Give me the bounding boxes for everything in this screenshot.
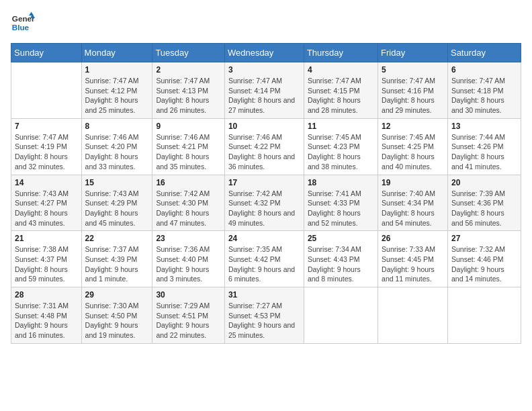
day-number: 11 xyxy=(308,122,374,131)
day-detail: Sunrise: 7:29 AMSunset: 4:51 PMDaylight:… xyxy=(156,301,221,340)
week-row-2: 7Sunrise: 7:47 AMSunset: 4:19 PMDaylight… xyxy=(11,118,521,175)
calendar-cell: 2Sunrise: 7:47 AMSunset: 4:13 PMDaylight… xyxy=(152,62,225,119)
day-detail: Sunrise: 7:47 AMSunset: 4:18 PMDaylight:… xyxy=(451,76,517,116)
day-number: 31 xyxy=(228,290,300,300)
day-detail: Sunrise: 7:45 AMSunset: 4:23 PMDaylight:… xyxy=(308,132,374,172)
calendar-cell: 24Sunrise: 7:35 AMSunset: 4:42 PMDayligh… xyxy=(224,231,304,287)
day-detail: Sunrise: 7:37 AMSunset: 4:39 PMDaylight:… xyxy=(85,244,149,284)
day-number: 16 xyxy=(156,178,221,187)
calendar-cell: 13Sunrise: 7:44 AMSunset: 4:26 PMDayligh… xyxy=(447,118,521,175)
calendar-cell: 26Sunrise: 7:33 AMSunset: 4:45 PMDayligh… xyxy=(378,231,448,287)
calendar-cell: 12Sunrise: 7:45 AMSunset: 4:25 PMDayligh… xyxy=(378,118,448,175)
calendar-cell xyxy=(378,287,448,344)
day-number: 26 xyxy=(382,234,444,243)
day-number: 27 xyxy=(451,234,517,243)
calendar-cell: 7Sunrise: 7:47 AMSunset: 4:19 PMDaylight… xyxy=(11,118,82,175)
calendar-cell: 9Sunrise: 7:46 AMSunset: 4:21 PMDaylight… xyxy=(152,118,225,175)
day-detail: Sunrise: 7:46 AMSunset: 4:21 PMDaylight:… xyxy=(156,132,221,172)
calendar-cell: 20Sunrise: 7:39 AMSunset: 4:36 PMDayligh… xyxy=(447,175,521,231)
day-number: 19 xyxy=(382,178,444,187)
day-detail: Sunrise: 7:46 AMSunset: 4:22 PMDaylight:… xyxy=(228,132,300,172)
day-number: 30 xyxy=(156,290,221,300)
day-number: 28 xyxy=(15,290,78,300)
day-detail: Sunrise: 7:27 AMSunset: 4:53 PMDaylight:… xyxy=(228,301,300,340)
day-detail: Sunrise: 7:46 AMSunset: 4:20 PMDaylight:… xyxy=(85,132,149,172)
calendar-cell: 30Sunrise: 7:29 AMSunset: 4:51 PMDayligh… xyxy=(152,287,225,344)
day-detail: Sunrise: 7:35 AMSunset: 4:42 PMDaylight:… xyxy=(228,244,300,284)
calendar-cell: 31Sunrise: 7:27 AMSunset: 4:53 PMDayligh… xyxy=(224,287,304,344)
calendar-cell: 3Sunrise: 7:47 AMSunset: 4:14 PMDaylight… xyxy=(224,62,304,119)
calendar-cell xyxy=(304,287,378,344)
day-detail: Sunrise: 7:42 AMSunset: 4:30 PMDaylight:… xyxy=(156,189,221,228)
col-header-tuesday: Tuesday xyxy=(152,44,225,62)
col-header-monday: Monday xyxy=(81,44,152,62)
day-detail: Sunrise: 7:41 AMSunset: 4:33 PMDaylight:… xyxy=(308,189,374,228)
calendar-cell: 17Sunrise: 7:42 AMSunset: 4:32 PMDayligh… xyxy=(224,175,304,231)
svg-text:Blue: Blue xyxy=(12,23,30,32)
calendar-cell: 6Sunrise: 7:47 AMSunset: 4:18 PMDaylight… xyxy=(447,62,521,119)
day-detail: Sunrise: 7:47 AMSunset: 4:16 PMDaylight:… xyxy=(382,76,444,116)
day-number: 23 xyxy=(156,234,221,243)
col-header-saturday: Saturday xyxy=(447,44,521,62)
calendar-cell: 5Sunrise: 7:47 AMSunset: 4:16 PMDaylight… xyxy=(378,62,448,119)
day-number: 12 xyxy=(382,122,444,131)
calendar-cell: 28Sunrise: 7:31 AMSunset: 4:48 PMDayligh… xyxy=(11,287,82,344)
calendar-cell xyxy=(447,287,521,344)
day-detail: Sunrise: 7:33 AMSunset: 4:45 PMDaylight:… xyxy=(382,244,444,284)
day-number: 15 xyxy=(85,178,149,187)
calendar-cell: 10Sunrise: 7:46 AMSunset: 4:22 PMDayligh… xyxy=(224,118,304,175)
calendar-cell: 15Sunrise: 7:43 AMSunset: 4:29 PMDayligh… xyxy=(81,175,152,231)
day-number: 13 xyxy=(451,122,517,131)
day-number: 1 xyxy=(85,65,149,75)
day-detail: Sunrise: 7:43 AMSunset: 4:29 PMDaylight:… xyxy=(85,189,149,228)
day-number: 10 xyxy=(228,122,300,131)
logo-icon: General Blue xyxy=(11,11,35,35)
col-header-wednesday: Wednesday xyxy=(224,44,304,62)
day-number: 18 xyxy=(308,178,374,187)
calendar-cell: 19Sunrise: 7:40 AMSunset: 4:34 PMDayligh… xyxy=(378,175,448,231)
calendar-cell: 8Sunrise: 7:46 AMSunset: 4:20 PMDaylight… xyxy=(81,118,152,175)
day-detail: Sunrise: 7:34 AMSunset: 4:43 PMDaylight:… xyxy=(308,244,374,284)
week-row-5: 28Sunrise: 7:31 AMSunset: 4:48 PMDayligh… xyxy=(11,287,521,344)
day-detail: Sunrise: 7:39 AMSunset: 4:36 PMDaylight:… xyxy=(451,189,517,228)
day-detail: Sunrise: 7:47 AMSunset: 4:19 PMDaylight:… xyxy=(15,132,78,172)
day-detail: Sunrise: 7:47 AMSunset: 4:12 PMDaylight:… xyxy=(85,76,149,116)
day-detail: Sunrise: 7:40 AMSunset: 4:34 PMDaylight:… xyxy=(382,189,444,228)
day-number: 4 xyxy=(308,65,374,75)
day-detail: Sunrise: 7:36 AMSunset: 4:40 PMDaylight:… xyxy=(156,244,221,284)
day-detail: Sunrise: 7:45 AMSunset: 4:25 PMDaylight:… xyxy=(382,132,444,172)
week-row-4: 21Sunrise: 7:38 AMSunset: 4:37 PMDayligh… xyxy=(11,231,521,287)
calendar-cell: 1Sunrise: 7:47 AMSunset: 4:12 PMDaylight… xyxy=(81,62,152,119)
day-detail: Sunrise: 7:32 AMSunset: 4:46 PMDaylight:… xyxy=(451,244,517,284)
day-detail: Sunrise: 7:42 AMSunset: 4:32 PMDaylight:… xyxy=(228,189,300,228)
day-detail: Sunrise: 7:38 AMSunset: 4:37 PMDaylight:… xyxy=(15,244,78,284)
day-number: 5 xyxy=(382,65,444,75)
calendar-cell: 22Sunrise: 7:37 AMSunset: 4:39 PMDayligh… xyxy=(81,231,152,287)
day-number: 24 xyxy=(228,234,300,243)
day-number: 29 xyxy=(85,290,149,300)
calendar-cell: 21Sunrise: 7:38 AMSunset: 4:37 PMDayligh… xyxy=(11,231,82,287)
header-row: SundayMondayTuesdayWednesdayThursdayFrid… xyxy=(11,44,521,62)
header: General Blue xyxy=(11,11,521,35)
day-number: 25 xyxy=(308,234,374,243)
calendar-cell: 4Sunrise: 7:47 AMSunset: 4:15 PMDaylight… xyxy=(304,62,378,119)
col-header-thursday: Thursday xyxy=(304,44,378,62)
day-detail: Sunrise: 7:47 AMSunset: 4:14 PMDaylight:… xyxy=(228,76,300,116)
week-row-1: 1Sunrise: 7:47 AMSunset: 4:12 PMDaylight… xyxy=(11,62,521,119)
day-number: 3 xyxy=(228,65,300,75)
calendar-table: SundayMondayTuesdayWednesdayThursdayFrid… xyxy=(11,43,521,344)
day-number: 20 xyxy=(451,178,517,187)
day-detail: Sunrise: 7:43 AMSunset: 4:27 PMDaylight:… xyxy=(15,189,78,228)
day-number: 8 xyxy=(85,122,149,131)
day-number: 6 xyxy=(451,65,517,75)
day-number: 14 xyxy=(15,178,78,187)
day-detail: Sunrise: 7:44 AMSunset: 4:26 PMDaylight:… xyxy=(451,132,517,172)
calendar-cell: 27Sunrise: 7:32 AMSunset: 4:46 PMDayligh… xyxy=(447,231,521,287)
col-header-sunday: Sunday xyxy=(11,44,82,62)
calendar-cell: 25Sunrise: 7:34 AMSunset: 4:43 PMDayligh… xyxy=(304,231,378,287)
week-row-3: 14Sunrise: 7:43 AMSunset: 4:27 PMDayligh… xyxy=(11,175,521,231)
calendar-cell: 29Sunrise: 7:30 AMSunset: 4:50 PMDayligh… xyxy=(81,287,152,344)
day-detail: Sunrise: 7:30 AMSunset: 4:50 PMDaylight:… xyxy=(85,301,149,340)
day-number: 7 xyxy=(15,122,78,131)
calendar-cell: 11Sunrise: 7:45 AMSunset: 4:23 PMDayligh… xyxy=(304,118,378,175)
